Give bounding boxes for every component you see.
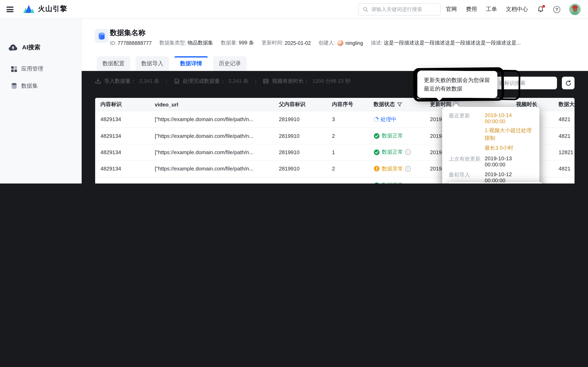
info-circle-icon[interactable]: ! (405, 150, 411, 155)
meta-value: 物品数据集 (188, 40, 213, 47)
tooltip-value-text: 2019-10-13 00:00:00 (485, 155, 533, 167)
cell-parent-id: 2819910 (279, 166, 332, 172)
stats-divider: | (166, 78, 167, 84)
column-header-父内容标识: 父内容标识 (279, 101, 332, 108)
meta-item: ID:777888888777 (110, 40, 152, 46)
meta-item: 数据量:999 条 (221, 40, 254, 47)
column-header-内容序号: 内容序号 (332, 101, 374, 108)
nav-link[interactable]: 工单 (486, 6, 497, 13)
cell-content-id: 4829134 (100, 149, 155, 155)
brand-name: 火山引擎 (38, 4, 67, 13)
film-icon (263, 78, 269, 84)
tooltip-value-text: 2019-10-14 00:00:00 (485, 112, 533, 124)
status-label: 数据异常 (382, 165, 403, 173)
nav-link[interactable]: 费用 (466, 6, 477, 13)
guide-overlay: 导入数据量：2,341 条|处理完成数据量：2,341 条|视频有效时长：120… (82, 71, 588, 184)
check-circle-icon (374, 149, 380, 155)
refresh-icon (565, 80, 571, 86)
cell-data-status: 数据正常 (374, 132, 430, 140)
meta-label: 更新时间: (261, 40, 283, 47)
meta-item: 数据集类型:物品数据集 (159, 40, 213, 47)
loading-spinner-icon (374, 116, 380, 123)
import-icon (95, 78, 101, 84)
sidebar-item-label: 数据集 (21, 82, 38, 90)
column-header-video_url: video_url (155, 101, 279, 108)
tab-历史记录[interactable]: 历史记录 (213, 56, 247, 71)
stat-item: 视频有效时长：1200 分钟 23 秒 (263, 77, 350, 85)
tooltip-keep-valid-data: 更新失败的数据会为您保留最近的有效数据 (417, 71, 497, 98)
status-label: 处理中 (380, 116, 397, 123)
column-header-内容标识: 内容标识 (100, 101, 155, 108)
meta-value: 777888888777 (118, 40, 152, 46)
refresh-button[interactable] (562, 77, 575, 89)
cell-data-size: 4821 (544, 116, 575, 122)
stat-value: 2,341 条 (228, 77, 249, 85)
cell-video-url: – (155, 182, 279, 184)
tab-数据配置[interactable]: 数据配置 (97, 56, 130, 71)
cell-data-status: 数据正常 (374, 182, 430, 184)
user-avatar[interactable] (569, 4, 581, 15)
nav-link[interactable]: 文档中心 (506, 6, 528, 13)
meta-label: ID: (110, 40, 116, 46)
sidebar: AI搜索 应用管理 数据集 (0, 19, 82, 184)
hamburger-menu-icon[interactable] (7, 7, 13, 12)
cell-seq: – (332, 182, 374, 184)
cell-video-url: ["https://example.domain.com/file/path/n… (155, 149, 279, 155)
global-search-input[interactable]: 请输入关键词进行搜索 (358, 3, 441, 16)
cell-video-url: ["https://example.domain.com/file/path/n… (155, 116, 279, 122)
page-header: 数据集名称 ID:777888888777数据集类型:物品数据集数据量:999 … (82, 19, 588, 71)
tooltip-row-label: 上次有效更新 (449, 155, 485, 167)
meta-label: 数据量: (221, 40, 238, 47)
meta-item: 更新时间:2025-01-02 (261, 40, 311, 47)
cell-data-status: 数据正常! (374, 149, 430, 156)
check-circle-icon (374, 133, 380, 139)
tab-数据详情[interactable]: 数据详情 (174, 56, 208, 71)
nav-link[interactable]: 官网 (446, 6, 457, 13)
cell-seq: 3 (332, 116, 374, 122)
column-header-数据状态: 数据状态 (374, 101, 430, 108)
filter-icon[interactable] (397, 102, 402, 107)
cell-video-url: ["https://example.domain.com/file/path/n… (155, 133, 279, 139)
tooltip-row-label: 最初导入 (449, 171, 485, 184)
database-icon (11, 83, 17, 89)
meta-value: 这是一段描述这是一段描述这是一段描述这是一段描述这是... (384, 40, 521, 47)
notification-bell-icon[interactable] (537, 6, 544, 13)
detail-tabs: 数据配置数据导入数据详情历史记录 (97, 56, 247, 71)
cell-content-id: 4829134 (100, 116, 155, 122)
tooltip-data-updating: 数据更新中 最初导入2019-10-12 00:00:00 (447, 182, 543, 184)
app-root: 火山引擎 请输入关键词进行搜索 官网 费用 工单 文档中心 ? (0, 0, 588, 184)
cell-content-id: 4829134 (100, 133, 155, 139)
sidebar-product-label: AI搜索 (22, 43, 40, 51)
column-header-label: 数据大小 (559, 101, 575, 108)
sidebar-item-dataset[interactable]: 数据集 (0, 79, 82, 93)
meta-label: 数据集类型: (159, 40, 186, 47)
stat-label: 视频有效时长： (272, 77, 309, 85)
logo-mountains-icon (23, 4, 35, 13)
column-header-label: 数据状态 (374, 101, 395, 108)
tooltip-update-history-warning: 最近更新2019-10-14 00:00:001.视频大小超过处理限制最长3.5… (442, 107, 539, 184)
notification-badge (542, 5, 545, 8)
status-label: 数据正常 (382, 182, 403, 184)
meta-label: 创建人: (319, 40, 335, 47)
volcengine-logo[interactable]: 火山引擎 (23, 4, 67, 13)
help-icon[interactable]: ? (553, 6, 560, 13)
tab-数据导入[interactable]: 数据导入 (136, 56, 169, 71)
cell-data-size: 12821 (544, 149, 575, 155)
info-circle-icon[interactable]: ! (405, 166, 411, 172)
meta-value: 999 条 (239, 40, 254, 47)
meta-label: 描述: (371, 40, 383, 47)
tooltip-row-value: 2019-10-14 00:00:001.视频大小超过处理限制最长3.5小时 (485, 112, 533, 152)
cell-data-size: 4821 (544, 182, 575, 184)
cell-video-url: ["https://example.domain.com/file/path/n… (155, 166, 279, 172)
meta-value: ningling (346, 40, 363, 46)
column-header-label: video_url (155, 101, 178, 108)
column-header-label: 内容序号 (332, 101, 353, 108)
stat-label: 导入数据量： (104, 77, 136, 85)
sidebar-product-ai-search[interactable]: AI搜索 (8, 43, 40, 51)
sidebar-item-label: 应用管理 (21, 65, 43, 73)
warning-circle-icon (374, 166, 380, 172)
stats-bar: 导入数据量：2,341 条|处理完成数据量：2,341 条|视频有效时长：120… (95, 77, 351, 85)
sidebar-item-app-management[interactable]: 应用管理 (0, 62, 82, 76)
dataset-meta-row: ID:777888888777数据集类型:物品数据集数据量:999 条更新时间:… (110, 40, 521, 47)
column-header-label: 内容标识 (100, 101, 122, 108)
